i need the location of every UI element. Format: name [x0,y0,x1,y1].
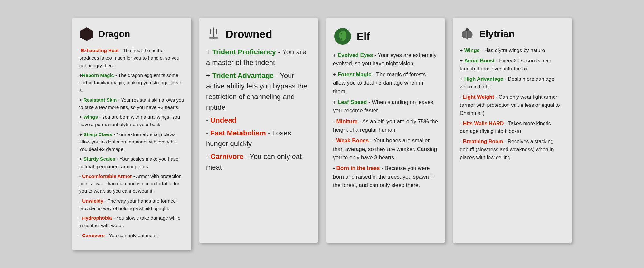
drowned-icon [206,27,221,42]
elf-card: Elf + Evolved Eyes - Your eyes are extre… [326,18,445,243]
elytrian-card: Elytrian + Wings - Has elytra wings by n… [453,18,572,243]
svg-marker-5 [216,29,217,32]
drowned-card: Drowned + Trident Proficiency - You are … [199,18,318,243]
elf-body: + Evolved Eyes - Your eyes are extremely… [333,51,438,189]
dragon-title: Dragon [99,29,130,39]
dragon-header: Dragon [79,27,184,42]
drowned-body: + Trident Proficiency - You are a master… [206,47,311,172]
dragon-body: -Exhausting Heat - The heat the nether p… [79,47,184,239]
cards-container: Dragon -Exhausting Heat - The heat the n… [72,18,572,250]
drowned-header: Drowned [206,27,311,42]
svg-point-10 [466,28,469,31]
svg-marker-4 [210,29,211,32]
svg-marker-0 [80,27,93,41]
elytrian-icon [460,27,475,42]
elytrian-body: + Wings - Has elytra wings by nature+ Ae… [460,47,565,162]
drowned-title: Drowned [225,28,272,41]
elf-header: Elf [333,27,438,46]
dragon-card: Dragon -Exhausting Heat - The heat the n… [72,18,191,250]
svg-rect-7 [209,37,218,39]
elf-title: Elf [357,31,370,42]
dragon-icon [79,27,94,42]
svg-marker-6 [213,27,214,29]
elytrian-title: Elytrian [479,29,515,40]
elytrian-header: Elytrian [460,27,565,42]
elf-icon [333,27,352,46]
